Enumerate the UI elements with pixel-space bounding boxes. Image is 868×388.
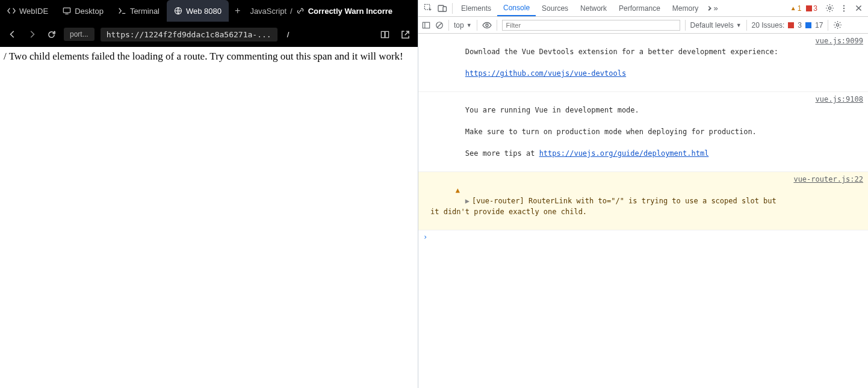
tab-web-8080[interactable]: Web 8080: [167, 0, 229, 22]
svg-point-8: [843, 5, 845, 6]
tab-label: Web 8080: [186, 7, 222, 16]
warning-count: 1: [798, 4, 802, 13]
devtools-settings-button[interactable]: [822, 1, 837, 16]
more-tabs-button[interactable]: »: [704, 1, 719, 16]
nav-forward-button[interactable]: [25, 28, 39, 41]
tab-network[interactable]: Network: [574, 0, 613, 16]
error-flag-icon: [806, 5, 812, 11]
nav-back-button[interactable]: [6, 28, 19, 41]
separator: [685, 20, 686, 31]
svg-rect-3: [385, 31, 388, 37]
separator: [746, 20, 747, 31]
tab-elements[interactable]: Elements: [455, 0, 497, 16]
breadcrumb-sep: /: [290, 7, 293, 16]
error-count: 3: [813, 4, 817, 13]
live-expression-button[interactable]: [482, 20, 492, 30]
console-log-row: You are running Vue in development mode.…: [418, 92, 868, 172]
issues-info-icon: [805, 22, 811, 28]
expand-icon[interactable]: ▶: [465, 197, 470, 205]
console-toolbar: top ▼ Default levels ▼ 20 Issues: 3 17: [418, 17, 868, 34]
tab-label: WebIDE: [19, 7, 48, 16]
workspace-tab-bar: WebIDE Desktop Terminal Web 8080 + JavaS…: [0, 0, 418, 22]
port-selector[interactable]: port...: [64, 28, 95, 41]
console-log-row: Download the Vue Devtools extension for …: [418, 34, 868, 92]
tab-terminal[interactable]: Terminal: [111, 0, 167, 22]
split-view-button[interactable]: [378, 28, 391, 41]
separator: [477, 20, 477, 31]
console-log-area: Download the Vue Devtools extension for …: [418, 34, 868, 388]
issues-indicator[interactable]: 20 Issues: 3 17: [752, 21, 823, 29]
nav-reload-button[interactable]: [45, 28, 58, 41]
tab-sources[interactable]: Sources: [536, 0, 574, 16]
log-link[interactable]: https://github.com/vuejs/vue-devtools: [465, 69, 626, 78]
svg-rect-6: [443, 7, 447, 11]
devtools-pane: Elements Console Sources Network Perform…: [418, 0, 868, 388]
code-icon: [7, 7, 16, 15]
devtools-tab-bar: Elements Console Sources Network Perform…: [418, 0, 868, 17]
console-filter-input[interactable]: [502, 20, 680, 31]
chevron-down-icon: ▼: [736, 22, 742, 28]
toggle-sidebar-button[interactable]: [422, 21, 430, 29]
log-link[interactable]: https://vuejs.org/guide/deployment.html: [539, 149, 709, 158]
console-warning-row: ▲ ▶[vue-router] RouterLink with to="/" i…: [418, 172, 868, 230]
execution-context-selector[interactable]: top ▼: [454, 21, 472, 29]
link-icon: [296, 7, 305, 15]
issues-error-icon: [788, 22, 794, 28]
globe-icon: [174, 7, 182, 15]
separator: [828, 20, 828, 31]
devtools-menu-button[interactable]: [837, 1, 851, 16]
svg-point-14: [837, 23, 839, 26]
warning-count-badge[interactable]: ▲ 1: [790, 4, 802, 13]
browser-url-bar: port... https://1224f2fd9ddac1c8a56271a-…: [0, 22, 418, 47]
url-display[interactable]: https://1224f2fd9ddac1c8a56271a-...: [101, 28, 277, 42]
issues-info-count: 17: [815, 21, 823, 29]
svg-rect-4: [424, 4, 429, 9]
svg-point-10: [843, 10, 845, 11]
breadcrumb: JavaScript / Correctly Warn Incorre: [246, 7, 392, 16]
separator: [448, 20, 449, 31]
breadcrumb-title: Correctly Warn Incorre: [308, 7, 392, 16]
context-label: top: [454, 21, 464, 29]
log-source-link[interactable]: vue.js:9099: [808, 35, 863, 90]
svg-point-13: [486, 24, 488, 26]
svg-point-9: [843, 7, 845, 8]
open-external-button[interactable]: [398, 28, 412, 41]
log-message: You are running Vue in development mode.…: [430, 94, 808, 170]
log-message: ▲ ▶[vue-router] RouterLink with to="/" i…: [430, 174, 786, 228]
separator: [497, 20, 497, 31]
tab-performance[interactable]: Performance: [613, 0, 666, 16]
tab-label: Terminal: [130, 7, 160, 16]
log-level-selector[interactable]: Default levels ▼: [690, 21, 742, 29]
svg-rect-2: [381, 31, 385, 37]
desktop-icon: [63, 7, 71, 15]
warning-icon: ▲: [790, 5, 796, 11]
page-text: / Two child elements failed the loading …: [4, 51, 403, 62]
new-tab-button[interactable]: +: [229, 5, 246, 16]
log-message: Download the Vue Devtools extension for …: [430, 35, 808, 90]
devtools-close-button[interactable]: [851, 1, 866, 16]
tab-console[interactable]: Console: [497, 0, 536, 16]
issues-error-count: 3: [798, 21, 802, 29]
separator: [452, 3, 453, 14]
error-count-badge[interactable]: 3: [806, 4, 817, 13]
svg-rect-11: [423, 22, 429, 28]
tab-desktop[interactable]: Desktop: [55, 0, 111, 22]
console-settings-button[interactable]: [833, 20, 842, 29]
inspect-element-button[interactable]: [421, 1, 435, 16]
chevron-down-icon: ▼: [467, 22, 472, 28]
device-toolbar-button[interactable]: [435, 1, 450, 16]
rendered-page: / Two child elements failed the loading …: [0, 47, 418, 388]
levels-label: Default levels: [690, 21, 734, 29]
tab-memory[interactable]: Memory: [666, 0, 704, 16]
console-prompt[interactable]: ›: [418, 230, 868, 244]
terminal-icon: [118, 7, 126, 15]
tab-webide[interactable]: WebIDE: [0, 0, 55, 22]
url-path: /: [284, 30, 372, 39]
log-source-link[interactable]: vue-router.js:22: [786, 174, 863, 228]
tab-label: Desktop: [75, 7, 104, 16]
svg-rect-0: [63, 8, 70, 13]
log-source-link[interactable]: vue.js:9108: [808, 94, 863, 170]
warning-icon: ▲: [456, 185, 460, 196]
clear-console-button[interactable]: [435, 21, 444, 29]
issues-label: 20 Issues:: [752, 21, 785, 29]
